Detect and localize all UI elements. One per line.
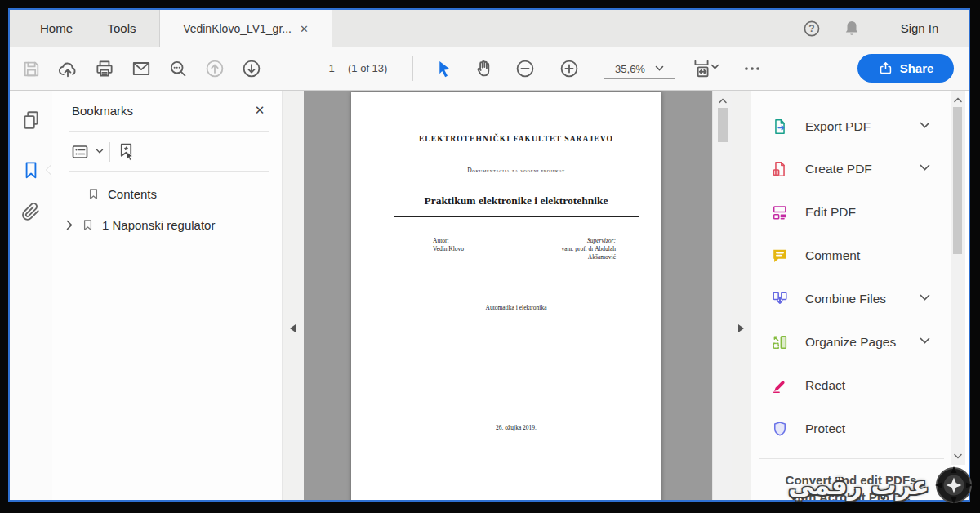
document-tab-title: VedinKlovo_LV1_gr... — [183, 22, 292, 35]
document-view[interactable]: ELEKTROTEHNIČKI FAKULTET SARAJEVO Dokume… — [304, 91, 712, 500]
tool-redact[interactable]: Redact — [751, 372, 951, 399]
divider — [69, 131, 269, 132]
tab-bar: Home Tools VedinKlovo_LV1_gr... ✕ ? Sign… — [10, 10, 969, 47]
select-tool-icon[interactable] — [430, 55, 457, 83]
bookmarks-panel-icon[interactable] — [20, 159, 42, 181]
page-doctype-text: Dokumentacija za vođeni projekat — [394, 167, 639, 174]
author-supervisor-block: Autor: Vedin Klovo Supervizor: vanr. pro… — [394, 237, 639, 261]
divider — [69, 171, 269, 172]
zoom-level-control[interactable]: 35,6% — [604, 59, 675, 79]
tools-panel-scrollbar[interactable] — [951, 91, 965, 465]
bookmark-item-naponski-regulator[interactable]: 1 Naponski regulator — [52, 213, 296, 236]
comment-icon — [771, 247, 789, 265]
chevron-down-icon[interactable] — [920, 164, 930, 172]
scrollbar-thumb[interactable] — [718, 108, 728, 142]
print-icon[interactable] — [91, 55, 118, 83]
page-date: 26. ožujka 2019. — [394, 424, 639, 431]
divider — [109, 142, 110, 162]
close-panel-icon[interactable]: ✕ — [251, 101, 269, 119]
tab-tools[interactable]: Tools — [91, 10, 152, 47]
attachments-icon[interactable] — [20, 201, 42, 222]
help-icon[interactable]: ? — [802, 19, 822, 38]
tool-organize-pages[interactable]: Organize Pages — [751, 329, 951, 355]
chevron-right-icon[interactable] — [66, 220, 74, 230]
toolbar-divider — [412, 56, 413, 81]
course-name: Automatika i elektronika — [394, 304, 639, 311]
chevron-down-icon[interactable] — [710, 64, 719, 70]
scroll-up-icon[interactable] — [718, 96, 728, 105]
create-pdf-icon — [771, 160, 789, 178]
tool-export-pdf[interactable]: Export PDF — [751, 114, 951, 140]
supervisor-name-line1: vanr. prof. dr Abdulah — [562, 245, 616, 253]
tools-panel: Export PDF Create PDF Edit PDF Comment — [751, 91, 951, 500]
locate-current-bookmark-icon[interactable] — [116, 141, 136, 162]
save-icon[interactable] — [17, 55, 45, 83]
scroll-down-icon[interactable] — [953, 451, 963, 461]
sign-in-button[interactable]: Sign In — [890, 10, 949, 47]
supervisor-name-line2: Akšamović — [562, 253, 616, 261]
tab-document[interactable]: VedinKlovo_LV1_gr... ✕ — [159, 10, 332, 47]
zoom-out-icon[interactable] — [511, 55, 539, 83]
redact-icon — [771, 377, 789, 395]
acrobat-window: Home Tools VedinKlovo_LV1_gr... ✕ ? Sign… — [10, 10, 969, 500]
rule — [394, 216, 639, 217]
chevron-down-icon[interactable] — [920, 294, 930, 301]
rule — [394, 185, 639, 185]
watermark-text: عرب رقمي — [788, 471, 929, 500]
author-label: Autor: — [433, 237, 464, 245]
scrollbar-thumb[interactable] — [953, 107, 962, 254]
tool-comment[interactable]: Comment — [751, 243, 951, 269]
collapse-right-panel-strip[interactable] — [732, 91, 751, 500]
protect-icon — [771, 420, 789, 438]
tool-combine-files[interactable]: Combine Files — [751, 286, 951, 312]
main-area: Bookmarks ✕ Contents 1 Naponski regulato… — [10, 91, 969, 500]
page-number-input[interactable]: 1 — [318, 60, 345, 78]
share-button[interactable]: Share — [858, 54, 954, 83]
close-tab-icon[interactable]: ✕ — [300, 23, 309, 35]
search-zoom-icon[interactable] — [164, 55, 192, 83]
pdf-page[interactable]: ELEKTROTEHNIČKI FAKULTET SARAJEVO Dokume… — [351, 92, 662, 500]
notifications-bell-icon[interactable] — [842, 19, 862, 38]
export-pdf-icon — [771, 118, 789, 136]
email-icon[interactable] — [127, 55, 155, 83]
supervisor-label: Supervizor: — [562, 237, 616, 245]
zoom-in-icon[interactable] — [555, 55, 583, 83]
bookmark-icon — [87, 186, 100, 202]
bookmark-item-contents[interactable]: Contents — [52, 182, 316, 205]
bookmarks-toolbar — [70, 141, 136, 162]
chevron-down-icon[interactable] — [96, 149, 104, 154]
collapse-left-panel-strip[interactable] — [282, 91, 305, 500]
divider — [760, 458, 944, 459]
page-title: Praktikum elektronike i elektrotehnike — [394, 194, 639, 207]
page-header-text: ELEKTROTEHNIČKI FAKULTET SARAJEVO — [394, 135, 639, 143]
bookmark-icon — [81, 217, 95, 233]
chevron-down-icon[interactable] — [920, 122, 930, 129]
tool-edit-pdf[interactable]: Edit PDF — [751, 199, 951, 225]
page-count-label: (1 of 13) — [348, 60, 387, 78]
scroll-up-icon[interactable] — [953, 95, 963, 105]
author-name: Vedin Klovo — [433, 245, 464, 253]
expand-right-arrow-icon[interactable] — [738, 324, 744, 332]
hand-tool-icon[interactable] — [470, 55, 498, 83]
next-page-icon[interactable] — [238, 55, 265, 83]
more-tools-icon[interactable] — [738, 55, 766, 83]
bookmarks-panel: Bookmarks ✕ Contents 1 Naponski regulato… — [52, 91, 282, 500]
active-panel-notch — [47, 164, 52, 176]
previous-page-icon[interactable] — [201, 55, 229, 83]
watermark: عرب رقمي — [788, 464, 975, 506]
zoom-level-value: 35,6% — [615, 63, 645, 75]
page-thumbnails-icon[interactable] — [20, 109, 42, 131]
combine-files-icon — [771, 290, 789, 308]
tool-create-pdf[interactable]: Create PDF — [751, 156, 951, 182]
collapse-left-arrow-icon[interactable] — [290, 324, 296, 332]
document-scrollbar[interactable] — [712, 91, 733, 500]
watermark-compass-logo-icon — [933, 464, 975, 506]
left-navigation-rail — [10, 91, 53, 500]
bookmark-options-icon[interactable] — [70, 142, 90, 162]
chevron-down-icon — [655, 65, 664, 72]
tab-home[interactable]: Home — [24, 10, 88, 47]
share-icon — [878, 60, 893, 76]
chevron-down-icon[interactable] — [920, 337, 930, 345]
cloud-upload-icon[interactable] — [54, 55, 82, 83]
tool-protect[interactable]: Protect — [751, 416, 951, 442]
